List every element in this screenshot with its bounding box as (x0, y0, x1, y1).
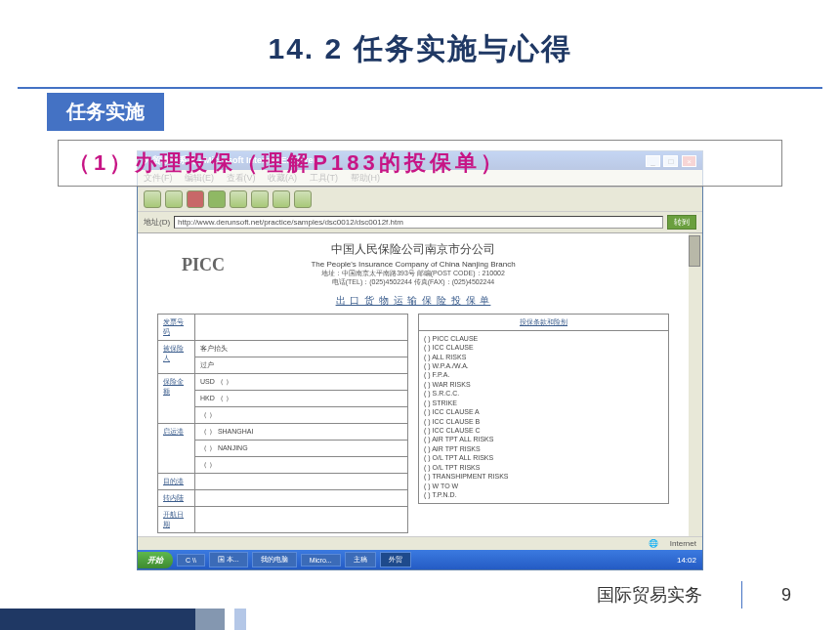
picc-logo: PICC (182, 255, 225, 275)
taskbar-item[interactable]: 国 本... (209, 552, 248, 567)
form-title: 出 口 货 物 运 输 保 险 投 保 单 (157, 294, 669, 308)
favorites-icon[interactable] (273, 190, 290, 208)
risks-list: ( ) PICC CLAUSE( ) ICC CLAUSE( ) ALL RIS… (419, 330, 669, 503)
document-header: 中国人民保险公司南京市分公司 The People's Insurance Co… (157, 241, 669, 308)
refresh-icon[interactable] (208, 190, 226, 208)
footer-divider (741, 581, 742, 609)
browser-statusbar: 🌐 Internet (138, 536, 702, 550)
start-button[interactable]: 开始 (138, 552, 173, 568)
field-insured-transfer: 过户 (195, 357, 408, 374)
address-input[interactable]: http://www.derunsoft.net/practice/sample… (174, 216, 663, 229)
search-icon[interactable] (251, 190, 269, 208)
footer-course-name: 国际贸易实务 (597, 583, 702, 607)
section-label: 任务实施 (47, 93, 164, 131)
slide-footer: 国际贸易实务 9 (0, 609, 840, 630)
field-inland: 转内陆 (158, 490, 195, 507)
field-insured: 被保险人 (158, 341, 195, 374)
amount-row: USD （ ） (195, 374, 408, 391)
address-label: 地址(D) (144, 217, 170, 228)
taskbar-item[interactable]: C \\ (177, 554, 205, 567)
port-row: （ ） (195, 457, 408, 474)
stop-icon[interactable] (187, 190, 204, 208)
taskbar-item[interactable]: 我的电脑 (252, 552, 297, 567)
field-amount: 保险金额 (158, 374, 195, 424)
company-name-en: The People's Insurance Company of China … (157, 260, 669, 269)
taskbar-item[interactable]: 主稿 (345, 552, 376, 567)
status-zone: 🌐 Internet (649, 539, 696, 548)
home-icon[interactable] (230, 190, 247, 208)
field-port: 启运港 (158, 424, 195, 474)
browser-addressbar: 地址(D) http://www.derunsoft.net/practice/… (138, 212, 702, 233)
company-address: 地址：中国南京太平南路393号 邮编(POST CODE)：210002 (157, 269, 669, 277)
amount-row: （ ） (195, 407, 408, 424)
history-icon[interactable] (294, 190, 312, 208)
company-contact: 电话(TEL)：(025)4502244 传真(FAX)：(025)450224… (157, 277, 669, 286)
port-row: （ ） NANJING (195, 441, 408, 457)
field-invoice: 发票号码 (158, 315, 195, 341)
forward-icon[interactable] (165, 190, 183, 208)
form-table: 发票号码 被保险人客户抬头 过户 保险金额USD （ ） HKD （ ） （ ）… (157, 314, 669, 533)
field-insured-client: 客户抬头 (195, 341, 408, 357)
taskbar-item[interactable]: Micro... (301, 554, 341, 567)
amount-row: HKD （ ） (195, 391, 408, 407)
back-icon[interactable] (144, 190, 161, 208)
go-button[interactable]: 转到 (667, 215, 696, 230)
field-sail: 开航日期 (158, 507, 195, 533)
divider-line (18, 87, 822, 89)
company-name-cn: 中国人民保险公司南京市分公司 (157, 241, 669, 258)
embedded-browser-screenshot: 外贸教学系统 - Microsoft Internet Explorer _ □… (137, 150, 703, 570)
browser-toolbar (138, 188, 702, 212)
port-row: （ ） SHANGHAI (195, 424, 408, 441)
browser-content: PICC 中国人民保险公司南京市分公司 The People's Insuran… (138, 233, 702, 536)
task-item-text: （1）办理投保（理解P183的投保单） (59, 141, 781, 186)
taskbar-item[interactable]: 外贸 (380, 552, 411, 567)
page-number: 9 (781, 585, 791, 606)
windows-taskbar: 开始 C \\ 国 本... 我的电脑 Micro... 主稿 外贸 14:02 (138, 550, 702, 569)
system-tray: 14:02 (677, 556, 702, 565)
slide-title: 14. 2 任务实施与心得 (0, 0, 840, 87)
field-dest: 目的港 (158, 474, 195, 490)
risks-header: 投保条款和险别 (419, 315, 669, 330)
